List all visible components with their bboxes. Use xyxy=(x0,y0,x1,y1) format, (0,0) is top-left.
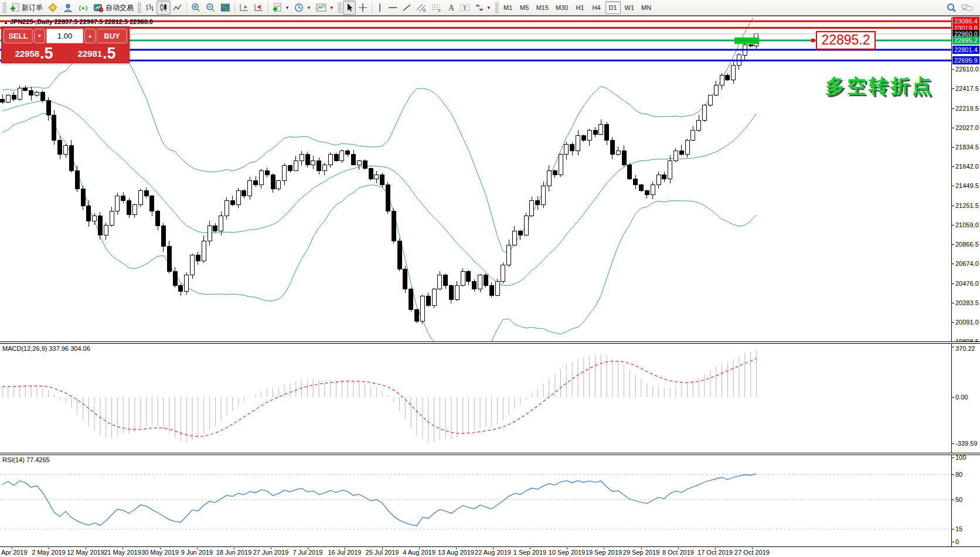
timeframe-button-M1[interactable]: M1 xyxy=(501,1,516,14)
rsi-plot[interactable] xyxy=(0,455,951,546)
buy-price-button[interactable]: 22981.5 xyxy=(66,45,127,61)
candlestick-plot[interactable] xyxy=(0,18,951,341)
arrows-button[interactable]: ▼ xyxy=(472,1,494,15)
rsi-tick-label: 100 xyxy=(955,453,966,462)
axis-tick xyxy=(952,283,954,284)
macd-axis[interactable]: 370.220.00-339.59 xyxy=(951,344,979,453)
buy-button[interactable]: BUY xyxy=(97,29,127,43)
chart-title: ▲JPN225-,Daily 22837.5 22967.5 22812.5 2… xyxy=(4,18,153,25)
trendline-icon xyxy=(402,3,411,12)
volume-increase-button[interactable]: ▲ xyxy=(84,29,96,43)
timeframe-button-H1[interactable]: H1 xyxy=(573,1,588,14)
hline-button[interactable] xyxy=(386,1,400,15)
chart-line-button[interactable] xyxy=(171,1,185,15)
price-flag-label[interactable]: 22895.2 xyxy=(816,31,876,50)
trendline-button[interactable] xyxy=(400,1,414,15)
toolbar-grip[interactable] xyxy=(495,2,499,13)
sell-button[interactable]: SELL xyxy=(4,29,33,43)
timeframe-button-M15[interactable]: M15 xyxy=(533,1,552,14)
rsi-axis[interactable]: 1008050150 xyxy=(951,455,979,546)
autotrade-button[interactable]: 自动交易 xyxy=(91,1,136,15)
cursor-icon xyxy=(345,3,353,12)
indicators-button[interactable]: ▼ xyxy=(270,1,292,15)
svg-text:E: E xyxy=(423,8,426,12)
date-label: 27 Jun 2019 xyxy=(253,549,289,556)
timeframe-button-MN[interactable]: MN xyxy=(638,1,654,14)
date-label: 10 Sep 2019 xyxy=(549,549,585,556)
axis-tick xyxy=(952,225,954,225)
chart-title-text: JPN225-,Daily 22837.5 22967.5 22812.5 22… xyxy=(10,18,153,25)
price-flag-anchor xyxy=(811,39,815,42)
rsi-panel[interactable]: RSI(14) 77.4265 1008050150 xyxy=(0,455,980,547)
timeframe-button-W1[interactable]: W1 xyxy=(622,1,638,14)
price-tick-label: 20283.5 xyxy=(955,299,979,307)
main-chart-panel[interactable]: 23086.423019.822960.022895.222801.422695… xyxy=(0,18,980,341)
price-tick-label: 22610.0 xyxy=(955,65,979,73)
new-order-button[interactable]: 新订单 xyxy=(8,1,45,15)
buy-price-pip: .5 xyxy=(103,46,116,61)
turning-point-note[interactable]: 多空转折点 xyxy=(825,73,934,100)
timeframe-button-M30[interactable]: M30 xyxy=(553,1,571,14)
level-price-label: 22801.4 xyxy=(952,46,979,54)
chart-shift-button[interactable] xyxy=(251,1,266,15)
rsi-tick-label: 15 xyxy=(955,525,962,533)
price-tick-label: 20476.0 xyxy=(955,279,979,288)
channel-button[interactable]: E xyxy=(414,1,429,15)
rsi-tick-label: 50 xyxy=(955,496,962,504)
zoom-in-button[interactable] xyxy=(189,1,203,15)
date-axis[interactable]: 3 Apr 20192 May 201912 May 201921 May 20… xyxy=(0,548,980,557)
zoom-out-button[interactable] xyxy=(203,1,218,15)
toolbar-grip[interactable] xyxy=(338,2,342,13)
tile-windows-icon xyxy=(220,3,230,12)
templates-button[interactable]: ▼ xyxy=(314,1,336,15)
text-button[interactable]: A xyxy=(444,1,457,15)
fibonacci-button[interactable]: F xyxy=(429,1,444,15)
axis-tick xyxy=(952,108,954,109)
search-button[interactable] xyxy=(944,1,959,15)
zoom-in-icon xyxy=(191,3,201,12)
autoscroll-button[interactable] xyxy=(237,1,251,15)
sell-price-button[interactable]: 22958.5 xyxy=(4,45,64,61)
label-icon: T xyxy=(460,3,470,12)
chevron-down-icon: ▼ xyxy=(329,5,334,11)
axis-tick xyxy=(952,322,954,323)
chart-candles-button[interactable] xyxy=(156,1,171,15)
chat-button[interactable] xyxy=(959,1,975,15)
profile-button[interactable] xyxy=(60,1,76,15)
autotrade-icon xyxy=(93,3,104,12)
volume-input[interactable]: 1.00 xyxy=(46,29,83,43)
autotrade-label: 自动交易 xyxy=(106,3,134,13)
chart-bars-button[interactable] xyxy=(142,1,156,15)
tile-windows-button[interactable] xyxy=(218,1,233,15)
macd-plot[interactable] xyxy=(0,344,951,453)
date-label: 29 Sep 2019 xyxy=(623,549,659,556)
chart-line-icon xyxy=(173,3,182,12)
toolbar-grip[interactable] xyxy=(137,2,141,13)
sell-price-main: 22958 xyxy=(15,47,39,61)
macd-panel[interactable]: MACD(12,26,9) 337.96 304.06 370.220.00-3… xyxy=(0,344,980,453)
volume-decrease-button[interactable]: ▼ xyxy=(34,29,45,43)
crosshair-button[interactable] xyxy=(356,1,370,15)
chart-shift-icon xyxy=(254,3,264,12)
timeframe-button-M5[interactable]: M5 xyxy=(517,1,532,14)
timeframe-button-D1[interactable]: D1 xyxy=(605,1,621,14)
label-button[interactable]: T xyxy=(457,1,472,15)
buy-price-main: 22981 xyxy=(77,47,102,61)
vline-button[interactable] xyxy=(374,1,386,15)
crosshair-icon xyxy=(358,3,368,12)
date-label: 7 Jul 2019 xyxy=(293,549,323,556)
macd-tick-label: 370.22 xyxy=(955,344,975,353)
axis-tick xyxy=(952,529,954,529)
cursor-button[interactable] xyxy=(343,1,356,15)
periods-button[interactable]: ▼ xyxy=(292,1,314,15)
timeframe-button-H4[interactable]: H4 xyxy=(589,1,604,14)
axis-tick xyxy=(952,166,954,167)
signals-button[interactable] xyxy=(76,1,91,15)
price-axis[interactable]: 23086.423019.822960.022895.222801.422695… xyxy=(951,18,979,341)
indicators-icon xyxy=(273,3,283,12)
axis-tick xyxy=(952,69,954,70)
price-tick-label: 20674.0 xyxy=(955,259,979,268)
new-chart-button[interactable] xyxy=(45,1,60,15)
toolbar-grip[interactable] xyxy=(2,2,6,13)
rsi-tick-label: 80 xyxy=(955,470,962,479)
